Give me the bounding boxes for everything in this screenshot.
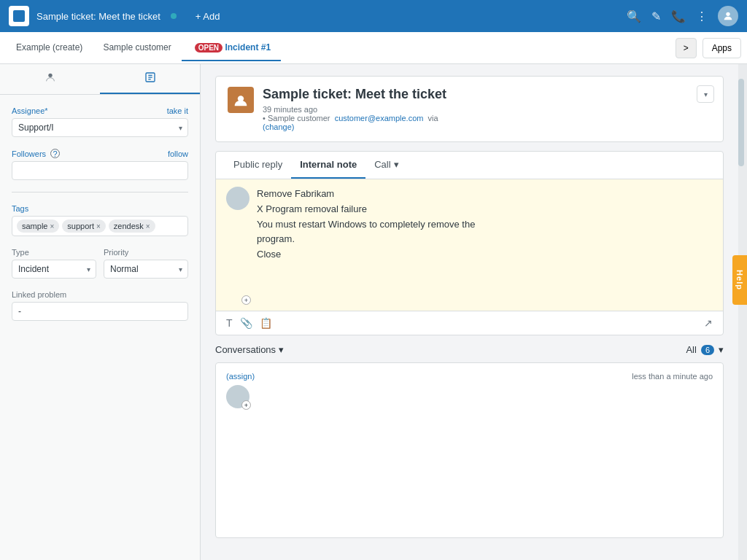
content-scroll-wrap: Sample ticket: Meet the ticket 39 minute…: [201, 64, 747, 560]
ticket-dropdown-button[interactable]: ▾: [697, 85, 714, 103]
tags-container[interactable]: sample × support × zendesk ×: [12, 216, 188, 236]
reply-content-area[interactable]: + Remove Fabrikam X Program removal fail…: [216, 179, 723, 311]
tab-bar: Example (create) Sample customer OPEN In…: [0, 32, 747, 64]
conversations-filter[interactable]: All 6 ▾: [686, 344, 724, 355]
tag-zendesk-remove[interactable]: ×: [146, 222, 150, 230]
conversations-filter-chevron: ▾: [719, 344, 724, 355]
ticket-email-link[interactable]: customer@example.com: [335, 114, 424, 122]
help-button[interactable]: Help: [732, 255, 747, 305]
followers-input[interactable]: [12, 161, 188, 180]
reply-text: Remove Fabrikam X Program removal failur…: [257, 187, 475, 262]
reply-author-plus-icon: +: [241, 295, 251, 305]
reply-text-content: Remove Fabrikam X Program removal failur…: [257, 187, 475, 303]
svg-point-0: [726, 12, 729, 16]
sidebar-tab-person[interactable]: [0, 64, 100, 94]
app-logo: [9, 6, 29, 26]
priority-select-wrapper: Normal Low High Urgent: [104, 260, 188, 279]
followers-field: Followers ? follow: [12, 149, 188, 180]
conversation-item: (assign) less than a minute ago +: [215, 362, 724, 538]
grid-icon[interactable]: ⋮: [696, 9, 708, 23]
ticket-customer-meta: • Sample customer customer@example.com v…: [263, 114, 711, 122]
priority-label: Priority: [104, 248, 188, 257]
linked-problem-input[interactable]: [12, 302, 188, 321]
reply-toolbar: T 📎 📋 ↗: [216, 311, 723, 335]
call-chevron-icon: ▾: [394, 159, 399, 170]
insert-icon[interactable]: 📋: [260, 317, 272, 329]
nav-left: Sample ticket: Meet the ticket + Add: [9, 6, 220, 26]
tag-support-remove[interactable]: ×: [96, 222, 101, 230]
followers-info-icon: ?: [50, 149, 60, 158]
sidebar-content: Assignee* take it Support/I Followers ? …: [0, 95, 200, 344]
conv-avatar-wrap: +: [226, 385, 249, 408]
conv-assign-link[interactable]: (assign): [226, 372, 255, 381]
tab-call[interactable]: Call ▾: [365, 152, 407, 179]
apps-button[interactable]: Apps: [703, 38, 741, 58]
linked-problem-label: Linked problem: [12, 290, 188, 299]
tags-label: Tags: [12, 204, 188, 213]
compose-icon[interactable]: ✎: [651, 9, 661, 23]
assignee-select-wrapper: Support/I: [12, 118, 188, 137]
ticket-header: Sample ticket: Meet the ticket 39 minute…: [215, 76, 724, 142]
reply-author-avatar-wrap: +: [226, 187, 249, 303]
nav-ticket-title: Sample ticket: Meet the ticket: [36, 11, 160, 22]
conversations-label[interactable]: Conversations ▾: [215, 344, 284, 355]
tab-sample-customer[interactable]: Sample customer: [93, 35, 181, 61]
scroll-thumb[interactable]: [738, 79, 744, 166]
conversations-count-badge: 6: [701, 345, 714, 355]
reply-author-avatar: [226, 187, 249, 210]
tag-sample-remove[interactable]: ×: [50, 222, 54, 230]
phone-icon[interactable]: 📞: [671, 9, 686, 23]
tag-support: support ×: [62, 219, 106, 233]
conversations-chevron-icon: ▾: [279, 344, 284, 355]
search-icon[interactable]: 🔍: [627, 9, 641, 23]
text-format-icon[interactable]: T: [226, 317, 233, 329]
assignee-label: Assignee* take it: [12, 106, 188, 115]
main-layout: Assignee* take it Support/I Followers ? …: [0, 64, 747, 560]
sidebar-tab-list[interactable]: [100, 64, 200, 94]
ticket-change-link[interactable]: (change): [263, 122, 294, 131]
assignee-field: Assignee* take it Support/I: [12, 106, 188, 137]
tag-sample: sample ×: [17, 219, 59, 233]
ticket-meta: 39 minutes ago: [263, 105, 711, 114]
nav-right: 🔍 ✎ 📞 ⋮: [627, 6, 738, 26]
reply-box: Public reply Internal note Call ▾ +: [215, 151, 724, 335]
reply-tabs: Public reply Internal note Call ▾: [216, 152, 723, 179]
content-area: Sample ticket: Meet the ticket 39 minute…: [201, 64, 738, 560]
tab-incident[interactable]: OPEN Incident #1: [182, 35, 281, 61]
tab-public-reply[interactable]: Public reply: [225, 152, 291, 179]
linked-problem-field: Linked problem: [12, 290, 188, 321]
ticket-change-meta: (change): [263, 122, 711, 131]
add-button[interactable]: + Add: [196, 11, 220, 22]
sidebar-tabs: [0, 64, 200, 95]
attachment-icon[interactable]: 📎: [240, 317, 252, 329]
ticket-info: Sample ticket: Meet the ticket 39 minute…: [263, 87, 711, 131]
type-select-wrapper: Incident Question Problem Task: [12, 260, 96, 279]
sidebar: Assignee* take it Support/I Followers ? …: [0, 64, 201, 560]
take-it-link[interactable]: take it: [167, 106, 188, 115]
scrollbar[interactable]: [738, 64, 747, 560]
assignee-select[interactable]: Support/I: [12, 118, 188, 137]
expand-icon[interactable]: ↗: [704, 317, 713, 329]
nav-online-dot: [171, 13, 177, 19]
tab-internal-note[interactable]: Internal note: [291, 152, 365, 179]
svg-point-1: [48, 74, 52, 77]
priority-field: Priority Normal Low High Urgent: [104, 248, 188, 279]
section-divider: [12, 192, 188, 192]
tab-more-button[interactable]: >: [676, 38, 697, 58]
priority-select[interactable]: Normal Low High Urgent: [104, 260, 188, 279]
content-inner: Sample ticket: Meet the ticket 39 minute…: [201, 64, 738, 550]
tab-example-create[interactable]: Example (create): [6, 35, 93, 61]
ticket-title: Sample ticket: Meet the ticket: [263, 87, 711, 102]
conv-time: less than a minute ago: [632, 372, 713, 381]
conv-header: (assign) less than a minute ago: [226, 372, 713, 381]
conv-body: +: [226, 385, 713, 408]
follow-link[interactable]: follow: [168, 149, 188, 158]
type-label: Type: [12, 248, 96, 257]
conversations-bar: Conversations ▾ All 6 ▾: [215, 344, 724, 355]
tag-zendesk: zendesk ×: [109, 219, 155, 233]
type-field: Type Incident Question Problem Task: [12, 248, 96, 279]
type-select[interactable]: Incident Question Problem Task: [12, 260, 96, 279]
user-avatar[interactable]: [718, 6, 738, 26]
followers-label: Followers ? follow: [12, 149, 188, 158]
ticket-brand-avatar: [228, 87, 254, 113]
